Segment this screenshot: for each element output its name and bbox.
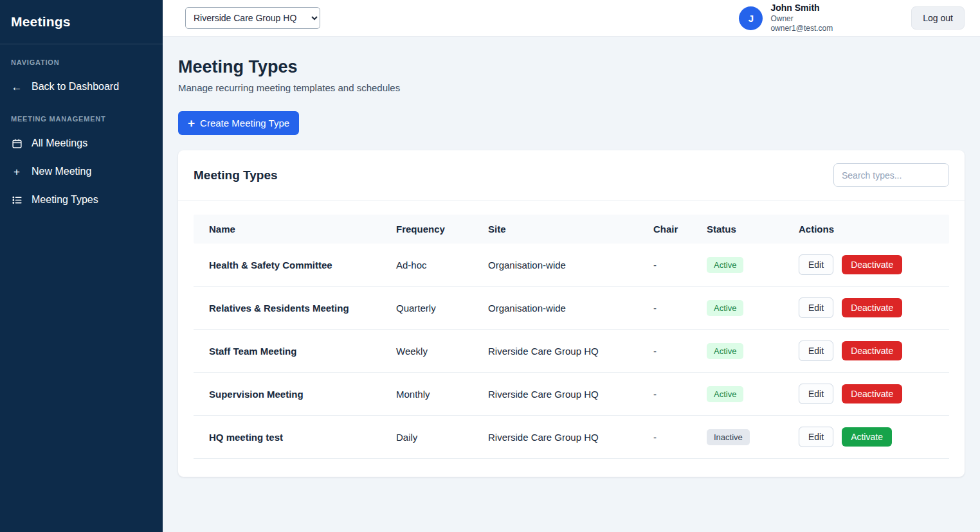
deactivate-button[interactable]: Deactivate — [842, 298, 902, 317]
sidebar-item-label: All Meetings — [32, 137, 87, 149]
meeting-type-frequency: Monthly — [396, 389, 488, 400]
plus-icon: + — [188, 117, 195, 129]
sidebar-item-meeting-types[interactable]: Meeting Types — [0, 186, 163, 214]
app-title: Meetings — [11, 14, 152, 30]
status-cell: Active — [707, 300, 799, 316]
meeting-type-frequency: Weekly — [396, 346, 488, 357]
meeting-type-name: Supervision Meeting — [194, 389, 396, 400]
card-title: Meeting Types — [194, 168, 278, 182]
sidebar-item-all-meetings[interactable]: All Meetings — [0, 129, 163, 157]
sidebar-item-back-to-dashboard[interactable]: ← Back to Dashboard — [0, 73, 163, 101]
meeting-type-name: Staff Team Meeting — [194, 346, 396, 357]
column-header-status: Status — [707, 215, 799, 244]
column-header-chair: Chair — [653, 215, 707, 244]
meeting-type-frequency: Quarterly — [396, 303, 488, 314]
status-cell: Active — [707, 257, 799, 273]
meeting-type-chair: - — [653, 303, 707, 314]
meeting-type-name: Health & Safety Committee — [194, 260, 396, 270]
app-root: Meetings Navigation ← Back to Dashboard … — [0, 0, 980, 532]
meeting-types-table: Name Frequency Site Chair Status Actions… — [178, 200, 965, 477]
meeting-type-site: Organisation-wide — [488, 303, 653, 314]
deactivate-button[interactable]: Deactivate — [842, 384, 902, 403]
sidebar-header: Meetings — [0, 0, 163, 44]
status-badge: Active — [707, 300, 743, 316]
actions-cell: Edit Deactivate — [799, 297, 949, 318]
meeting-type-frequency: Daily — [396, 432, 488, 443]
activate-button[interactable]: Activate — [842, 427, 892, 447]
table-row: Staff Team Meeting Weekly Riverside Care… — [194, 330, 949, 373]
user-info: John Smith Owner owner1@test.com — [770, 3, 833, 33]
table-header-row: Name Frequency Site Chair Status Actions — [194, 215, 949, 244]
edit-button[interactable]: Edit — [799, 254, 833, 275]
status-badge: Active — [707, 386, 743, 402]
user-email: owner1@test.com — [770, 24, 833, 33]
meeting-type-chair: - — [653, 260, 707, 270]
page-subtitle: Manage recurring meeting templates and s… — [178, 82, 965, 93]
meeting-type-site: Riverside Care Group HQ — [488, 346, 653, 357]
meeting-type-chair: - — [653, 389, 707, 400]
topbar-right: J John Smith Owner owner1@test.com Log o… — [739, 3, 965, 33]
sidebar-item-label: Meeting Types — [32, 194, 98, 206]
actions-cell: Edit Activate — [799, 427, 949, 447]
meeting-type-name: Relatives & Residents Meeting — [194, 303, 396, 314]
create-button-label: Create Meeting Type — [200, 118, 289, 129]
table-row: Health & Safety Committee Ad-hoc Organis… — [194, 244, 949, 287]
meeting-type-chair: - — [653, 432, 707, 443]
meeting-type-site: Riverside Care Group HQ — [488, 432, 653, 443]
meeting-type-site: Riverside Care Group HQ — [488, 389, 653, 400]
sidebar: Meetings Navigation ← Back to Dashboard … — [0, 0, 163, 532]
topbar: Riverside Care Group HQ J John Smith Own… — [163, 0, 980, 37]
sidebar-item-label: New Meeting — [32, 166, 91, 177]
status-badge: Inactive — [707, 429, 750, 445]
list-icon — [11, 194, 23, 206]
deactivate-button[interactable]: Deactivate — [842, 341, 902, 360]
status-badge: Active — [707, 257, 743, 273]
status-cell: Active — [707, 343, 799, 359]
plus-icon: + — [11, 166, 23, 177]
edit-button[interactable]: Edit — [799, 341, 833, 361]
actions-cell: Edit Deactivate — [799, 341, 949, 361]
page-title: Meeting Types — [178, 57, 965, 77]
column-header-frequency: Frequency — [396, 215, 488, 244]
sidebar-item-new-meeting[interactable]: + New Meeting — [0, 157, 163, 186]
status-cell: Inactive — [707, 429, 799, 445]
meeting-type-name: HQ meeting test — [194, 432, 396, 443]
table-row: Relatives & Residents Meeting Quarterly … — [194, 287, 949, 330]
sidebar-item-label: Back to Dashboard — [32, 81, 119, 93]
meeting-type-frequency: Ad-hoc — [396, 260, 488, 270]
table-row: Supervision Meeting Monthly Riverside Ca… — [194, 373, 949, 416]
search-input[interactable] — [833, 163, 949, 187]
user-name: John Smith — [770, 3, 833, 14]
deactivate-button[interactable]: Deactivate — [842, 255, 902, 274]
status-cell: Active — [707, 386, 799, 402]
table-row: HQ meeting test Daily Riverside Care Gro… — [194, 416, 949, 459]
actions-cell: Edit Deactivate — [799, 384, 949, 404]
meeting-types-card: Meeting Types Name Frequency Site Chair … — [178, 150, 965, 477]
left-arrow-icon: ← — [11, 81, 23, 93]
meeting-type-site: Organisation-wide — [488, 260, 653, 270]
column-header-site: Site — [488, 215, 653, 244]
right-column: Riverside Care Group HQ J John Smith Own… — [163, 0, 980, 532]
user-role: Owner — [770, 14, 833, 24]
avatar: J — [739, 6, 763, 30]
column-header-name: Name — [194, 215, 396, 244]
create-meeting-type-button[interactable]: + Create Meeting Type — [178, 111, 299, 135]
nav-section-label: Navigation — [0, 44, 163, 73]
meeting-type-chair: - — [653, 346, 707, 357]
main-content: Meeting Types Manage recurring meeting t… — [163, 37, 980, 532]
card-header: Meeting Types — [178, 150, 965, 200]
calendar-icon — [11, 137, 23, 149]
logout-button[interactable]: Log out — [911, 6, 965, 30]
edit-button[interactable]: Edit — [799, 384, 833, 404]
management-section-label: Meeting Management — [0, 101, 163, 129]
actions-cell: Edit Deactivate — [799, 254, 949, 275]
edit-button[interactable]: Edit — [799, 427, 833, 447]
edit-button[interactable]: Edit — [799, 297, 833, 318]
column-header-actions: Actions — [799, 215, 949, 244]
site-select[interactable]: Riverside Care Group HQ — [185, 7, 320, 29]
status-badge: Active — [707, 343, 743, 359]
